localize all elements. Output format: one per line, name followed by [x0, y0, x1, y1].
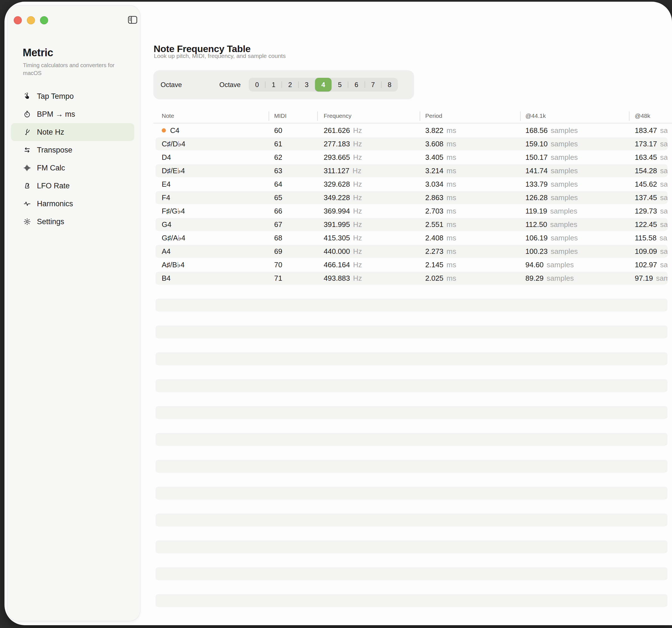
frequency-cell: 277.183Hz [324, 140, 362, 148]
sidebar-item-tap-tempo[interactable]: Tap Tempo [11, 87, 134, 105]
octave-segment-4[interactable]: 4 [315, 78, 332, 92]
close-button[interactable] [14, 16, 22, 24]
period-cell-unit: ms [447, 274, 456, 282]
samples-44k-cell-value: 150.17 [525, 153, 548, 161]
samples-48k-cell-unit: samples [660, 153, 668, 161]
samples-48k-cell-unit: samples [660, 260, 668, 269]
empty-table-row [4, 366, 672, 379]
frequency-cell-value: 466.164 [324, 260, 350, 269]
table-row[interactable]: D462293.665Hz3.405ms150.17samples163.45s… [4, 150, 672, 164]
column-header-midi: MIDI [274, 113, 287, 119]
sidebar-toggle-icon [127, 14, 138, 26]
midi-cell-value: 66 [274, 207, 282, 215]
samples-44k-cell-unit: samples [551, 140, 578, 148]
table-row[interactable]: D♯/E♭463311.127Hz3.214ms141.74samples154… [4, 164, 672, 178]
samples-48k-cell-value: 97.19 [635, 274, 653, 282]
samples-48k-cell: 115.58samples [635, 234, 668, 242]
note-cell: F4 [162, 193, 170, 202]
note-label: F4 [162, 193, 170, 202]
minimize-button[interactable] [27, 16, 35, 24]
octave-control-label: Octave [219, 70, 241, 99]
samples-48k-cell: 163.45samples [635, 153, 668, 162]
period-cell-value: 3.608 [425, 140, 443, 148]
octave-segment-1[interactable]: 1 [265, 78, 282, 92]
empty-table-row [4, 486, 672, 500]
period-cell-unit: ms [447, 180, 456, 188]
frequency-cell-value: 329.628 [324, 180, 350, 188]
table-row[interactable]: B471493.883Hz2.025ms89.29samples97.19sam… [4, 272, 672, 285]
column-header--44.1k: @44.1k [525, 113, 546, 119]
samples-44k-cell: 106.19samples [525, 234, 578, 242]
period-cell-value: 3.034 [425, 180, 443, 188]
samples-48k-cell-value: 163.45 [635, 153, 657, 161]
table-row[interactable]: A469440.000Hz2.273ms100.23samples109.09s… [4, 245, 672, 258]
octave-segment-0[interactable]: 0 [249, 78, 265, 92]
note-cell: G♯/A♭4 [162, 234, 186, 242]
samples-44k-cell-unit: samples [551, 180, 578, 188]
samples-44k-cell-unit: samples [551, 166, 578, 175]
octave-segment-7[interactable]: 7 [365, 78, 381, 92]
midi-cell: 65 [274, 193, 282, 202]
note-label: F♯/G♭4 [162, 207, 185, 215]
zoom-button[interactable] [40, 16, 48, 24]
samples-48k-cell-value: 145.62 [635, 180, 657, 188]
midi-cell-value: 60 [274, 126, 282, 135]
empty-table-row [4, 419, 672, 433]
samples-44k-cell-unit: samples [551, 234, 578, 242]
samples-48k-cell-value: 109.09 [635, 247, 657, 256]
table-row[interactable]: A♯/B♭470466.164Hz2.145ms94.60samples102.… [4, 258, 672, 272]
samples-44k-cell-value: 159.10 [525, 140, 548, 148]
period-cell-value: 2.145 [425, 260, 443, 269]
samples-48k-cell: 102.97samples [635, 260, 668, 269]
octave-segment-3[interactable]: 3 [298, 78, 315, 92]
frequency-cell-value: 261.626 [324, 126, 350, 135]
frequency-cell-unit: Hz [353, 126, 362, 135]
samples-48k-cell-value: 102.97 [635, 260, 657, 269]
samples-48k-cell-unit: samples [660, 166, 668, 175]
table-row[interactable]: E464329.628Hz3.034ms133.79samples145.62s… [4, 178, 672, 191]
tap-icon [23, 92, 31, 100]
samples-48k-cell-value: 183.47 [635, 126, 657, 135]
table-row[interactable]: F465349.228Hz2.863ms126.28samples137.45s… [4, 191, 672, 204]
table-row[interactable]: F♯/G♭466369.994Hz2.703ms119.19samples129… [4, 204, 672, 218]
samples-44k-cell: 168.56samples [525, 126, 578, 135]
samples-48k-cell-unit: samples [660, 126, 668, 135]
samples-44k-cell: 100.23samples [525, 247, 578, 256]
samples-44k-cell: 112.50samples [525, 220, 577, 229]
period-cell: 2.551ms [425, 220, 456, 229]
table-row[interactable]: G♯/A♭468415.305Hz2.408ms106.19samples115… [4, 231, 672, 245]
empty-table-row [4, 500, 672, 513]
note-label: D♯/E♭4 [162, 166, 185, 175]
period-cell-value: 2.025 [425, 274, 443, 282]
frequency-cell-unit: Hz [353, 260, 362, 269]
midi-cell-value: 63 [274, 166, 282, 175]
frequency-cell: 261.626Hz [324, 126, 362, 135]
midi-cell-value: 69 [274, 247, 282, 256]
sidebar-item-label: Tap Tempo [37, 92, 74, 101]
table-row[interactable]: C♯/D♭461277.183Hz3.608ms159.10samples173… [4, 137, 672, 150]
frequency-cell-value: 440.000 [324, 247, 350, 256]
table-row[interactable]: G467391.995Hz2.551ms112.50samples122.45s… [4, 218, 672, 231]
empty-table-row [4, 285, 672, 298]
octave-segment-6[interactable]: 6 [348, 78, 364, 92]
octave-segment-8[interactable]: 8 [381, 78, 398, 92]
samples-44k-cell-unit: samples [551, 126, 578, 135]
frequency-cell: 466.164Hz [324, 260, 362, 269]
table-row[interactable]: C460261.626Hz3.822ms168.56samples183.47s… [4, 124, 672, 137]
frequency-cell-unit: Hz [353, 140, 362, 148]
note-label: C4 [170, 126, 179, 135]
midi-cell: 64 [274, 180, 282, 189]
period-cell-value: 2.408 [425, 234, 443, 242]
empty-table-row [4, 594, 672, 607]
samples-44k-cell-unit: samples [551, 193, 578, 202]
octave-segment-5[interactable]: 5 [332, 78, 348, 92]
midi-cell-value: 67 [274, 220, 282, 229]
octave-segment-2[interactable]: 2 [282, 78, 298, 92]
period-cell: 2.025ms [425, 274, 456, 283]
empty-table-row [4, 298, 672, 312]
sidebar-toggle-button[interactable] [124, 12, 141, 28]
midi-cell: 71 [274, 274, 282, 283]
samples-48k-cell: 97.19samples [635, 274, 668, 283]
samples-44k-cell: 133.79samples [525, 180, 578, 189]
samples-48k-cell-value: 154.28 [635, 166, 657, 175]
